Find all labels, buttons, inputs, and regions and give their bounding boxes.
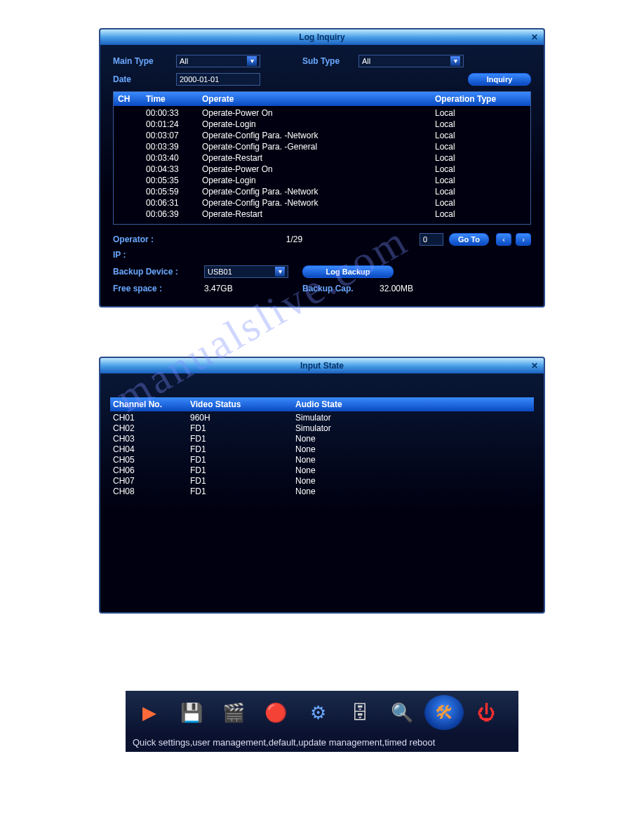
cell-audio-state: None (295, 455, 531, 465)
sub-type-select[interactable]: All ▾ (358, 55, 464, 67)
cell-ch (118, 119, 146, 130)
table-row[interactable]: 00:03:39Operate-Config Para. -GeneralLoc… (118, 141, 526, 152)
table-row[interactable]: 00:03:07Operate-Config Para. -NetworkLoc… (118, 130, 526, 141)
log-inquiry-window: Log Inquiry ✕ Main Type All ▾ Sub Type A… (99, 28, 545, 307)
gears-icon[interactable]: ⚙ (298, 695, 337, 730)
operator-label: Operator : (113, 234, 169, 244)
col-audio-state: Audio State (295, 399, 531, 409)
col-ch: CH (118, 94, 146, 104)
close-icon[interactable]: ✕ (531, 29, 538, 45)
table-row[interactable]: CH04FD1None (113, 444, 531, 455)
cell-channel: CH07 (113, 476, 190, 486)
col-channel: Channel No. (113, 399, 190, 409)
disk-icon: 🗄 (351, 702, 369, 724)
search-icon[interactable]: 🔍 (382, 695, 422, 730)
cell-ch (118, 152, 146, 164)
play-icon[interactable]: ▶ (130, 695, 169, 730)
chevron-down-icon: ▾ (247, 56, 257, 66)
cell-op-type: Local (435, 164, 526, 175)
cell-video-status: FD1 (190, 465, 295, 476)
cell-video-status: FD1 (190, 434, 295, 444)
cell-channel: CH01 (113, 413, 190, 423)
save-icon: 💾 (180, 702, 203, 724)
cell-time: 00:05:59 (146, 186, 202, 197)
page-input[interactable] (420, 233, 443, 246)
col-operate: Operate (202, 94, 435, 104)
input-state-window: Input State ✕ Channel No. Video Status A… (99, 357, 545, 614)
cell-op-type: Local (435, 208, 526, 220)
cell-op-type: Local (435, 197, 526, 208)
goto-button[interactable]: Go To (449, 233, 489, 246)
log-backup-button[interactable]: Log Backup (302, 265, 394, 278)
table-row[interactable]: CH07FD1None (113, 476, 531, 486)
table-row[interactable]: CH05FD1None (113, 455, 531, 465)
sub-type-label: Sub Type (302, 56, 358, 66)
cell-operate: Operate-Power On (202, 107, 435, 119)
save-icon[interactable]: 💾 (172, 695, 211, 730)
prev-page-button[interactable]: ‹ (496, 233, 511, 246)
cell-video-status: FD1 (190, 444, 295, 455)
cell-operate: Operate-Login (202, 175, 435, 186)
table-row[interactable]: 00:05:59Operate-Config Para. -NetworkLoc… (118, 186, 526, 197)
cell-video-status: FD1 (190, 455, 295, 465)
table-row[interactable]: CH08FD1None (113, 486, 531, 497)
gears-icon: ⚙ (310, 702, 326, 724)
table-row[interactable]: 00:05:35Operate-LoginLocal (118, 175, 526, 186)
cell-video-status: 960H (190, 413, 295, 423)
inquiry-button[interactable]: Inquiry (468, 73, 531, 86)
table-row[interactable]: CH03FD1None (113, 434, 531, 444)
record-settings-icon: 🔴 (264, 702, 287, 724)
cell-ch (118, 130, 146, 141)
cell-ch (118, 141, 146, 152)
tools-icon[interactable]: 🛠 (424, 695, 464, 730)
backup-device-label: Backup Device : (113, 267, 204, 277)
date-label: Date (113, 74, 176, 84)
cell-operate: Operate-Config Para. -Network (202, 130, 435, 141)
record-settings-icon[interactable]: 🔴 (256, 695, 295, 730)
table-row[interactable]: 00:06:39Operate-RestartLocal (118, 208, 526, 220)
chevron-down-icon: ▾ (450, 56, 460, 66)
backup-device-select[interactable]: USB01 ▾ (204, 265, 288, 278)
cell-op-type: Local (435, 130, 526, 141)
cell-channel: CH04 (113, 444, 190, 455)
cell-time: 00:04:33 (146, 164, 202, 175)
cell-audio-state: None (295, 434, 531, 444)
cell-time: 00:03:39 (146, 141, 202, 152)
cell-time: 00:00:33 (146, 107, 202, 119)
ip-label: IP : (113, 250, 176, 260)
col-time: Time (146, 94, 202, 104)
table-row[interactable]: 00:04:33Operate-Power OnLocal (118, 164, 526, 175)
table-row[interactable]: CH01960HSimulator (113, 413, 531, 423)
cell-channel: CH06 (113, 465, 190, 476)
table-row[interactable]: 00:00:33Operate-Power OnLocal (118, 107, 526, 119)
chevron-down-icon: ▾ (275, 267, 285, 277)
cell-operate: Operate-Login (202, 119, 435, 130)
input-state-title: Input State (300, 361, 344, 371)
table-row[interactable]: CH02FD1Simulator (113, 423, 531, 434)
cell-channel: CH03 (113, 434, 190, 444)
power-icon[interactable]: ⏻ (467, 695, 506, 730)
cell-audio-state: None (295, 444, 531, 455)
table-row[interactable]: CH06FD1None (113, 465, 531, 476)
power-icon: ⏻ (477, 702, 495, 724)
next-page-button[interactable]: › (516, 233, 531, 246)
cell-channel: CH02 (113, 423, 190, 434)
table-row[interactable]: 00:06:31Operate-Config Para. -NetworkLoc… (118, 197, 526, 208)
main-type-label: Main Type (113, 56, 176, 66)
cell-operate: Operate-Config Para. -Network (202, 186, 435, 197)
cell-operate: Operate-Config Para. -General (202, 141, 435, 152)
media-icon[interactable]: 🎬 (214, 695, 253, 730)
disk-icon[interactable]: 🗄 (340, 695, 380, 730)
table-row[interactable]: 00:01:24Operate-LoginLocal (118, 119, 526, 130)
close-icon[interactable]: ✕ (531, 358, 538, 373)
log-table-header: CH Time Operate Operation Type (114, 92, 530, 106)
col-video-status: Video Status (190, 399, 295, 409)
cell-time: 00:06:31 (146, 197, 202, 208)
date-input[interactable] (176, 73, 260, 86)
cell-video-status: FD1 (190, 476, 295, 486)
main-type-select[interactable]: All ▾ (176, 55, 260, 67)
cell-op-type: Local (435, 175, 526, 186)
log-title: Log Inquiry (299, 32, 344, 42)
cell-op-type: Local (435, 152, 526, 164)
table-row[interactable]: 00:03:40Operate-RestartLocal (118, 152, 526, 164)
